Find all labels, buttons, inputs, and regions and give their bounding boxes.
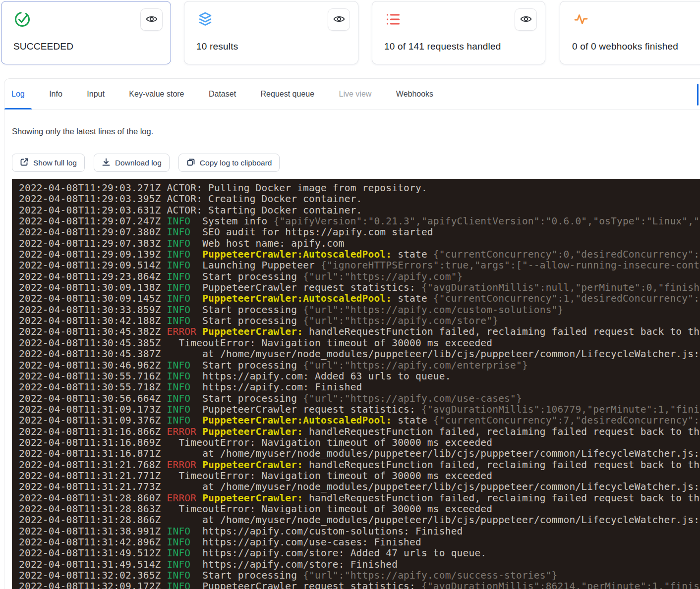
check-circle-icon xyxy=(13,10,31,28)
tab-live-view: Live view xyxy=(332,79,379,109)
log-line: 2022-04-08T11:29:09.139Z INFO PuppeteerC… xyxy=(19,249,700,260)
layers-icon xyxy=(196,10,214,28)
status-card-webhooks: 0 of 0 webhooks finished xyxy=(560,1,700,64)
view-results-button[interactable] xyxy=(328,8,350,31)
log-line: 2022-04-08T11:31:16.871Z at /home/myuser… xyxy=(19,448,700,459)
log-line: 2022-04-08T11:30:33.859Z INFO Start proc… xyxy=(19,305,700,316)
log-line: 2022-04-08T11:31:16.866Z ERROR Puppeteer… xyxy=(19,427,700,437)
log-line: 2022-04-08T11:29:03.395Z ACTOR: Creating… xyxy=(19,194,700,205)
log-line: 2022-04-08T11:29:03.631Z ACTOR: Starting… xyxy=(19,205,700,216)
copy-icon xyxy=(186,158,195,168)
log-output: 2022-04-08T11:29:03.271Z ACTOR: Pulling … xyxy=(12,179,700,589)
run-status-label: SUCCEEDED xyxy=(13,41,73,52)
tab-key-value-store[interactable]: Key-value store xyxy=(122,79,191,109)
log-line: 2022-04-08T11:32:09.172Z INFO PuppeteerC… xyxy=(19,581,700,589)
tab-bar: Log Info Input Key-value store Dataset R… xyxy=(4,79,700,109)
log-line: 2022-04-08T11:31:16.869Z TimeoutError: N… xyxy=(19,437,700,448)
log-line: 2022-04-08T11:30:45.382Z ERROR Puppeteer… xyxy=(19,326,700,337)
download-icon xyxy=(102,158,111,168)
log-line: 2022-04-08T11:31:49.512Z INFO https://ap… xyxy=(19,548,700,559)
log-line: 2022-04-08T11:30:55.716Z INFO https://ap… xyxy=(19,371,700,382)
log-line: 2022-04-08T11:29:23.864Z INFO Start proc… xyxy=(19,271,700,282)
log-line: 2022-04-08T11:30:55.718Z INFO https://ap… xyxy=(19,382,700,393)
view-succeeded-button[interactable] xyxy=(140,8,163,31)
download-log-button[interactable]: Download log xyxy=(94,154,170,172)
log-actions: Show full log Download log Copy log to c… xyxy=(12,154,280,172)
status-card-succeeded: SUCCEEDED xyxy=(1,1,171,64)
log-line: 2022-04-08T11:31:09.173Z INFO PuppeteerC… xyxy=(19,404,700,415)
show-full-log-button[interactable]: Show full log xyxy=(12,154,85,172)
tab-edge-marker xyxy=(697,84,699,106)
log-line: 2022-04-08T11:31:28.863Z TimeoutError: N… xyxy=(19,504,700,515)
log-line: 2022-04-08T11:30:56.664Z INFO Start proc… xyxy=(19,393,700,404)
log-notice: Showing only the latest lines of the log… xyxy=(12,127,153,136)
tab-log[interactable]: Log xyxy=(4,79,32,109)
eye-icon xyxy=(520,15,532,25)
tab-input[interactable]: Input xyxy=(80,79,112,109)
list-icon xyxy=(384,10,402,28)
download-log-label: Download log xyxy=(115,159,162,167)
view-requests-button[interactable] xyxy=(515,8,537,31)
status-card-requests: 10 of 141 requests handled xyxy=(372,1,545,64)
log-line: 2022-04-08T11:30:09.145Z INFO PuppeteerC… xyxy=(19,293,700,304)
log-line: 2022-04-08T11:30:46.962Z INFO Start proc… xyxy=(19,360,700,371)
pulse-icon xyxy=(572,10,590,28)
requests-handled-label: 10 of 141 requests handled xyxy=(384,41,501,52)
results-count-label: 10 results xyxy=(196,41,238,52)
log-line: 2022-04-08T11:31:21.771Z TimeoutError: N… xyxy=(19,471,700,482)
log-line: 2022-04-08T11:29:09.514Z INFO Launching … xyxy=(19,260,700,271)
tab-request-queue[interactable]: Request queue xyxy=(254,79,322,109)
status-card-results: 10 results xyxy=(184,1,358,64)
log-line: 2022-04-08T11:31:49.514Z INFO https://ap… xyxy=(19,559,700,570)
copy-log-label: Copy log to clipboard xyxy=(200,159,272,167)
log-line: 2022-04-08T11:30:09.138Z INFO PuppeteerC… xyxy=(19,282,700,293)
log-line: 2022-04-08T11:31:28.860Z ERROR Puppeteer… xyxy=(19,493,700,504)
log-line: 2022-04-08T11:31:21.773Z at /home/myuser… xyxy=(19,482,700,492)
tab-dataset[interactable]: Dataset xyxy=(202,79,243,109)
log-line: 2022-04-08T11:31:09.376Z INFO PuppeteerC… xyxy=(19,415,700,426)
eye-icon xyxy=(146,15,158,25)
log-line: 2022-04-08T11:29:07.383Z INFO Web host n… xyxy=(19,238,700,249)
log-line: 2022-04-08T11:29:07.247Z INFO System inf… xyxy=(19,216,700,227)
tab-webhooks[interactable]: Webhooks xyxy=(389,79,440,109)
log-line: 2022-04-08T11:29:07.380Z INFO SEO audit … xyxy=(19,227,700,238)
show-full-log-label: Show full log xyxy=(33,159,77,167)
log-line: 2022-04-08T11:31:38.991Z INFO https://ap… xyxy=(19,526,700,537)
webhooks-finished-label: 0 of 0 webhooks finished xyxy=(572,41,678,52)
log-line: 2022-04-08T11:29:03.271Z ACTOR: Pulling … xyxy=(19,183,700,194)
copy-log-button[interactable]: Copy log to clipboard xyxy=(178,154,280,172)
log-line: 2022-04-08T11:31:28.866Z at /home/myuser… xyxy=(19,515,700,526)
external-link-icon xyxy=(20,158,29,168)
eye-icon xyxy=(333,15,345,25)
log-line: 2022-04-08T11:30:45.385Z TimeoutError: N… xyxy=(19,338,700,349)
log-line: 2022-04-08T11:30:42.188Z INFO Start proc… xyxy=(19,316,700,326)
log-line: 2022-04-08T11:31:42.896Z INFO https://ap… xyxy=(19,537,700,548)
log-line: 2022-04-08T11:30:45.387Z at /home/myuser… xyxy=(19,349,700,360)
log-line: 2022-04-08T11:31:21.768Z ERROR Puppeteer… xyxy=(19,460,700,471)
log-line: 2022-04-08T11:32:02.365Z INFO Start proc… xyxy=(19,570,700,581)
tab-info[interactable]: Info xyxy=(42,79,69,109)
